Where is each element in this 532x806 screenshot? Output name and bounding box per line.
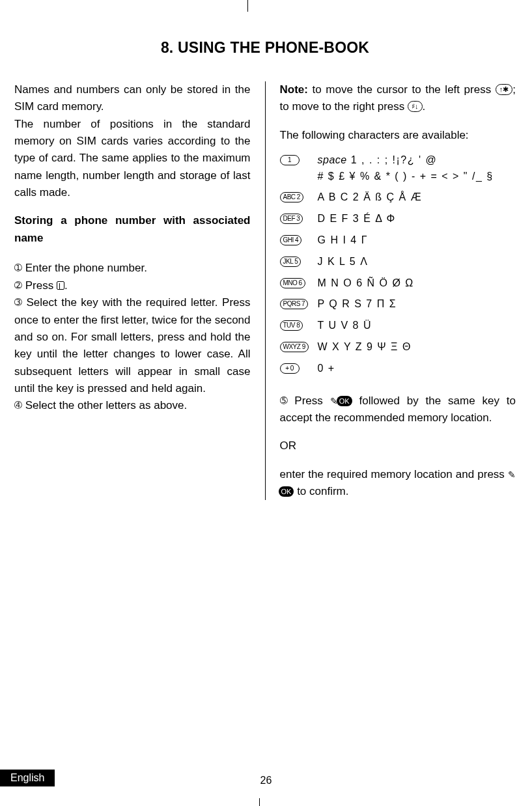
chars-0: 0 +	[318, 361, 516, 377]
chars-4: G H I 4 Γ	[318, 232, 516, 249]
chars-3: D E F 3 É Δ Φ	[318, 211, 516, 227]
alt-instruction: enter the required memory location and p…	[280, 466, 516, 501]
chars-5: J K L 5 Λ	[318, 254, 516, 270]
step-num-4: ➃	[14, 400, 22, 410]
step-num-3: ➂	[14, 297, 22, 307]
key-5: JKL 5	[280, 257, 301, 267]
chars-6: M N O 6 Ñ Ö Ø Ω	[318, 275, 516, 292]
key-3: DEF 3	[280, 214, 303, 224]
char-row-5: JKL 5 J K L 5 Λ	[280, 254, 516, 270]
char-row-6: MNO 6 M N O 6 Ñ Ö Ø Ω	[280, 275, 516, 292]
key-star: ↑✱	[496, 84, 513, 95]
step-3: ➂ Select the key with the required lette…	[14, 294, 251, 397]
left-column: Names and numbers can only be stored in …	[14, 81, 251, 500]
page-content: 8. USING THE PHONE-BOOK Names and number…	[0, 0, 532, 500]
chars-available: The following characters are available:	[280, 127, 516, 144]
key-1: 1	[280, 155, 300, 165]
page-number: 26	[0, 767, 532, 786]
chars-8: T U V 8 Ü	[318, 318, 516, 334]
char-row-0: + 0 0 +	[280, 361, 516, 377]
ok-button: OK	[337, 396, 352, 406]
char-row-9: WXYZ 9 W X Y Z 9 Ψ Ξ Θ	[280, 339, 516, 355]
key-hash: ♯↓	[408, 101, 423, 112]
footer: English 26	[0, 767, 532, 786]
pencil-icon-2: ✎	[508, 468, 516, 482]
chars-1: space 1 , . : ; !¡?¿ ' @# $ £ ¥ % & * ( …	[318, 152, 516, 185]
right-column: Note: to move the cursor to the left pre…	[280, 81, 516, 500]
key-9: WXYZ 9	[280, 342, 309, 352]
step-2: ➁ Press .	[14, 277, 251, 294]
key-6: MNO 6	[280, 278, 305, 288]
key-0: + 0	[280, 363, 300, 374]
key-4: GHI 4	[280, 235, 302, 245]
intro-1: Names and numbers can only be stored in …	[14, 81, 251, 201]
key-2: ABC 2	[280, 192, 303, 202]
ok-button-2: OK	[279, 486, 294, 497]
page-title: 8. USING THE PHONE-BOOK	[14, 39, 516, 57]
key-8: TUV 8	[280, 320, 303, 331]
column-divider	[265, 81, 266, 500]
char-row-2: ABC 2 A B C 2 Ä ß Ç Å Æ	[280, 189, 516, 206]
chars-2: A B C 2 Ä ß Ç Å Æ	[318, 189, 516, 206]
chars-7: P Q R S 7 Π Σ	[318, 296, 516, 313]
char-row-3: DEF 3 D E F 3 É Δ Φ	[280, 211, 516, 227]
step-1: ➀ Enter the phone number.	[14, 260, 251, 277]
step-4: ➃ Select the other letters as above.	[14, 397, 251, 414]
crop-mark-top	[247, 0, 248, 12]
char-table: 1 space 1 , . : ; !¡?¿ ' @# $ £ ¥ % & * …	[280, 152, 516, 377]
key-7: PQRS 7	[280, 299, 309, 309]
note: Note: to move the cursor to the left pre…	[280, 81, 516, 116]
char-row-8: TUV 8 T U V 8 Ü	[280, 318, 516, 334]
char-row-4: GHI 4 G H I 4 Γ	[280, 232, 516, 249]
char-row-1: 1 space 1 , . : ; !¡?¿ ' @# $ £ ¥ % & * …	[280, 152, 516, 185]
phonebook-icon	[57, 281, 64, 290]
chars-9: W X Y Z 9 Ψ Ξ Θ	[318, 339, 516, 355]
note-label: Note:	[280, 83, 308, 96]
step-num-2: ➁	[14, 280, 22, 290]
step-num-5: ➄	[280, 395, 288, 406]
subhead-storing: Storing a phone number with associa­ted …	[14, 212, 251, 247]
columns: Names and numbers can only be stored in …	[14, 81, 516, 500]
crop-mark-bottom	[259, 798, 260, 806]
language-tab: English	[0, 770, 55, 786]
step-num-1: ➀	[14, 262, 22, 273]
char-row-7: PQRS 7 P Q R S 7 Π Σ	[280, 296, 516, 313]
or-label: OR	[280, 438, 516, 454]
step-5: ➄ Press ✎OK followed by the same key to …	[280, 393, 516, 427]
